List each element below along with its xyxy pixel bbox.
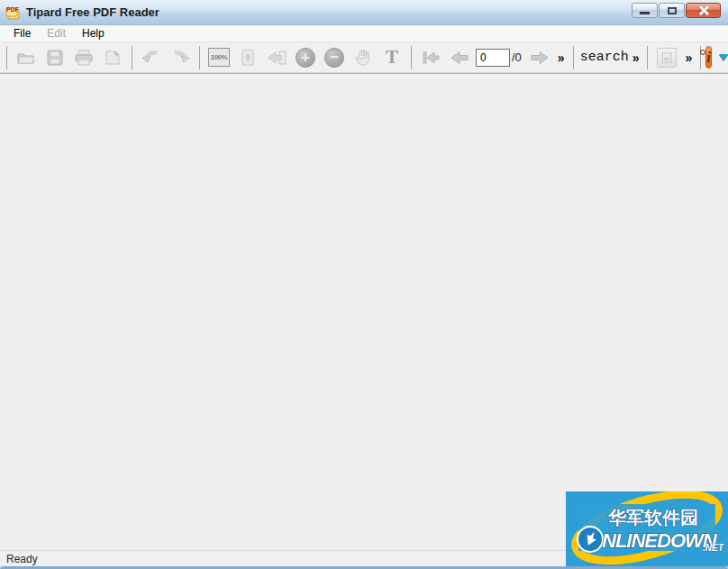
zoom-in-button[interactable]: + xyxy=(292,45,319,70)
menu-help[interactable]: Help xyxy=(74,25,113,41)
menu-edit[interactable]: Edit xyxy=(39,25,74,41)
properties-icon xyxy=(657,48,677,68)
snapshot-button[interactable] xyxy=(99,45,126,70)
minimize-icon xyxy=(640,12,650,14)
fit-width-icon xyxy=(267,50,287,65)
menu-file[interactable]: File xyxy=(5,25,39,41)
previous-page-button[interactable] xyxy=(446,45,473,70)
toolbar-separator xyxy=(6,46,7,69)
zoom-out-button[interactable]: − xyxy=(321,45,348,70)
watermark-site-name: 华军软件园 xyxy=(607,508,698,528)
toolbar-separator xyxy=(647,46,648,69)
rotate-right-button[interactable] xyxy=(167,45,194,70)
next-page-icon xyxy=(530,50,550,65)
toolbar-options-dropdown-icon[interactable] xyxy=(719,54,728,60)
first-page-icon xyxy=(421,50,441,65)
next-page-button[interactable] xyxy=(526,45,553,70)
rotate-left-icon xyxy=(141,50,161,66)
fit-page-icon xyxy=(241,49,255,66)
rotate-right-icon xyxy=(170,50,190,66)
zoom-in-icon: + xyxy=(296,48,315,68)
page-total-label: /0 xyxy=(512,50,522,64)
close-button[interactable] xyxy=(686,3,721,18)
text-select-icon: T xyxy=(386,46,398,69)
open-folder-icon xyxy=(16,50,36,66)
properties-button[interactable] xyxy=(653,45,680,70)
watermark-brand: NLINEDOWN xyxy=(602,529,718,552)
save-button[interactable] xyxy=(41,45,68,70)
close-icon xyxy=(698,5,708,15)
toolbar-separator xyxy=(132,46,132,69)
actual-size-icon: 100% xyxy=(208,48,230,67)
maximize-icon xyxy=(668,7,677,14)
search-overflow-button[interactable]: » xyxy=(629,50,643,65)
title-bar[interactable]: PDF Tipard Free PDF Reader xyxy=(0,0,728,25)
toolbar: 100% + − T xyxy=(0,42,728,73)
nav-overflow-button[interactable]: » xyxy=(554,50,569,65)
text-select-button[interactable]: T xyxy=(378,45,405,70)
first-page-button[interactable] xyxy=(417,45,444,70)
toolbar-separator xyxy=(199,46,200,69)
menu-bar: File Edit Help xyxy=(0,25,728,42)
properties-overflow-button[interactable]: » xyxy=(681,50,696,65)
open-button[interactable] xyxy=(13,45,40,70)
search-input[interactable]: search xyxy=(580,50,629,65)
save-icon xyxy=(47,50,63,66)
fit-page-button[interactable] xyxy=(234,45,261,70)
onlinedown-watermark: 华军软件园 NLINEDOWN .NET xyxy=(566,491,728,566)
app-icon: PDF xyxy=(5,5,22,20)
maximize-button[interactable] xyxy=(659,3,685,18)
minimize-button[interactable] xyxy=(632,3,658,18)
info-button[interactable]: i xyxy=(705,46,712,69)
snapshot-icon xyxy=(104,50,122,66)
toolbar-separator xyxy=(411,46,412,69)
actual-size-button[interactable]: 100% xyxy=(205,45,232,70)
fit-width-button[interactable] xyxy=(263,45,290,70)
rotate-left-button[interactable] xyxy=(138,45,165,70)
watermark-brand-suffix: .NET xyxy=(703,543,724,553)
hand-icon xyxy=(355,49,371,67)
hand-tool-button[interactable] xyxy=(350,45,377,70)
print-icon xyxy=(74,50,94,66)
print-button[interactable] xyxy=(70,45,97,70)
window-title: Tipard Free PDF Reader xyxy=(26,5,159,19)
zoom-out-icon: − xyxy=(324,48,344,68)
document-area xyxy=(0,73,728,550)
status-text: Ready xyxy=(6,553,38,565)
svg-text:PDF: PDF xyxy=(6,6,20,13)
toolbar-separator xyxy=(573,46,574,69)
app-window: PDF Tipard Free PDF Reader File Edit Hel… xyxy=(0,0,728,569)
previous-page-icon xyxy=(450,50,469,65)
page-number-input[interactable] xyxy=(476,49,510,67)
window-controls xyxy=(631,3,721,18)
